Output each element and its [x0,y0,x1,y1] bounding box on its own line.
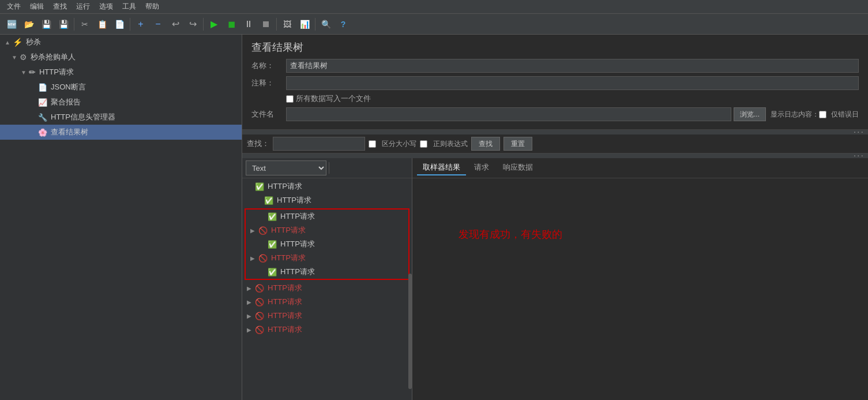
list-item[interactable]: ▶ 🚫 HTTP请求 [242,309,412,323]
tree-label-result-tree: 查看结果树 [51,127,88,137]
error-only-checkbox[interactable] [819,111,826,118]
list-item[interactable]: ▶ 🚫 HTTP请求 [246,251,408,265]
panel-header: 查看结果树 名称： 注释： 所有数据写入一个文件 文件名 浏览... [242,35,868,130]
expand-arrow-config: ▼ [12,54,17,61]
json-icon: 📄 [38,83,47,92]
item-label: HTTP请求 [268,181,302,192]
item-label-fail5: HTTP请求 [268,311,302,321]
list-item[interactable]: ▶ 🚫 HTTP请求 [242,281,412,295]
tb-copy[interactable]: 📋 [94,16,110,32]
write-all-checkbox[interactable] [286,95,294,103]
case-sensitive-checkbox[interactable] [369,140,376,148]
search-label: 查找： [247,139,269,149]
tb-undo[interactable]: ↩ [167,16,183,32]
expand-arrow-fail4: ▶ [247,299,253,305]
name-input[interactable] [286,59,859,73]
menu-tools[interactable]: 工具 [118,1,141,13]
list-item[interactable]: ✅ HTTP请求 [246,237,408,251]
browse-button[interactable]: 浏览... [734,107,766,121]
find-button[interactable]: 查找 [471,137,500,151]
success-icon2: ✅ [264,196,273,205]
regex-checkbox[interactable] [420,140,427,148]
display-log-label: 显示日志内容： [771,110,819,119]
tab-request[interactable]: 请求 [468,160,495,175]
toolbar: 🆕 📂 💾 💾 ✂ 📋 📄 + − ↩ ↪ ▶ ◼ ⏸ ⏹ 🖼 📊 🔍 ? [0,14,868,35]
list-item[interactable]: ✅ HTTP请求 [242,193,412,207]
case-sensitive-label: 区分大小写 [382,139,416,149]
tb-run[interactable]: ▶ [206,16,222,32]
tree-item-http[interactable]: ▼ ✏ HTTP请求 [0,65,242,80]
tb-report[interactable]: 📊 [296,16,313,32]
tb-search[interactable]: 🔍 [318,16,334,32]
chart-icon: 📈 [38,98,47,107]
tree-label-root: 秒杀 [26,37,41,47]
tree-item-root[interactable]: ▲ ⚡ 秒杀 [0,35,242,50]
expand-arrow-fail1: ▶ [250,227,256,234]
list-item[interactable]: ▶ 🚫 HTTP请求 [246,223,408,237]
tb-new[interactable]: 🆕 [3,16,20,32]
write-all-row: 所有数据写入一个文件 [251,94,859,104]
filename-input[interactable] [286,107,731,121]
list-item[interactable]: ✅ HTTP请求 [242,180,412,193]
tab-sampler-result[interactable]: 取样器结果 [417,160,466,175]
format-dropdown[interactable]: Text XML JSON HTML Regexp Tester [246,160,326,175]
tb-add[interactable]: + [133,16,149,32]
tb-save-as[interactable]: 💾 [55,16,72,32]
name-label: 名称： [251,61,286,71]
tree-item-report[interactable]: 📈 聚合报告 [0,95,242,110]
notice-text: 发现有成功，有失败的 [459,227,562,241]
list-item[interactable]: ✅ HTTP请求 [246,210,408,223]
fail-icon5: 🚫 [255,312,264,320]
tb-templates[interactable]: 🖼 [279,16,295,32]
tb-help[interactable]: ? [335,16,351,32]
fail-icon3: 🚫 [255,284,264,293]
tree-view-icon: 🌸 [38,128,47,137]
comment-input[interactable] [286,76,859,90]
expand-arrow-http: ▼ [21,69,27,76]
tb-sep4 [276,18,277,31]
success-icon5: ✅ [268,240,277,249]
tb-stop-all[interactable]: ⏹ [258,16,274,32]
item-label-fail3: HTTP请求 [268,283,302,293]
reset-button[interactable]: 重置 [503,137,532,151]
tab-response-data[interactable]: 响应数据 [497,160,539,175]
item-label-fail4: HTTP请求 [268,297,302,307]
tb-cut[interactable]: ✂ [77,16,93,32]
result-right-panel: 取样器结果 请求 响应数据 发现有成功，有失败的 [412,158,868,400]
search-input[interactable] [273,137,365,151]
tb-open[interactable]: 📂 [21,16,37,32]
menu-file[interactable]: 文件 [2,1,25,13]
tree-item-header[interactable]: 🔧 HTTP信息头管理器 [0,110,242,125]
tb-stop[interactable]: ◼ [223,16,239,32]
comment-label: 注释： [251,78,286,88]
tree-label-http: HTTP请求 [39,67,74,77]
tb-pause[interactable]: ⏸ [241,16,257,32]
item-label-fail2: HTTP请求 [271,253,306,263]
item-label5: HTTP请求 [280,239,315,249]
panel-title: 查看结果树 [251,40,859,54]
scrollbar-thumb[interactable] [408,274,412,389]
menu-bar: 文件 编辑 查找 运行 选项 工具 帮助 [0,0,868,14]
menu-run[interactable]: 运行 [72,1,95,13]
tb-save[interactable]: 💾 [38,16,54,32]
list-item[interactable]: ✅ HTTP请求 [246,265,408,279]
tb-browse[interactable]: ↪ [185,16,201,32]
list-item[interactable]: ▶ 🚫 HTTP请求 [242,323,412,337]
tree-item-json[interactable]: 📄 JSON断言 [0,80,242,95]
tb-paste[interactable]: 📄 [111,16,127,32]
menu-help[interactable]: 帮助 [141,1,164,13]
tb-remove[interactable]: − [150,16,166,32]
list-item[interactable]: ▶ 🚫 HTTP请求 [242,295,412,309]
menu-options[interactable]: 选项 [95,1,118,13]
fail-icon4: 🚫 [255,298,264,306]
menu-edit[interactable]: 编辑 [25,1,48,13]
menu-find[interactable]: 查找 [48,1,72,13]
tree-label-config: 秒杀抢购单人 [31,52,76,62]
tb-sep5 [315,18,315,31]
success-icon3: ✅ [268,212,277,221]
file-row: 文件名 浏览... 显示日志内容： 仅错误日 [251,107,859,121]
scroll-bar-bottom: ··· [242,154,868,158]
tree-item-result-tree[interactable]: 🌸 查看结果树 [0,125,242,140]
tree-item-config[interactable]: ▼ ⚙ 秒杀抢购单人 [0,50,242,65]
tb-sep2 [130,18,130,31]
